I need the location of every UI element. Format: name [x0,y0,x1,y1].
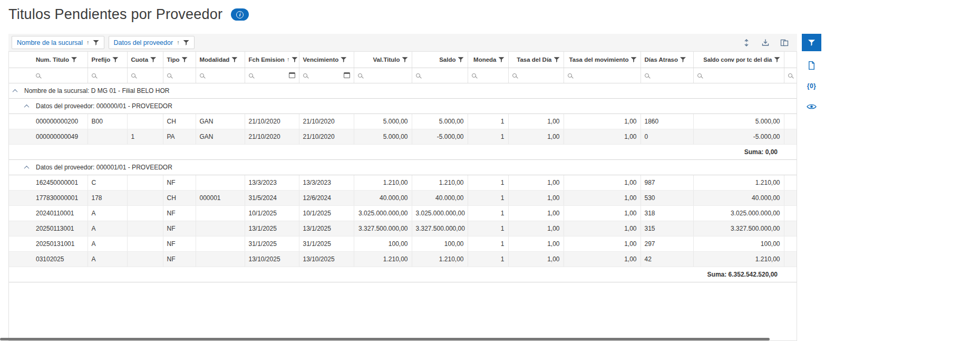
filter-cell-cuota[interactable] [127,68,163,83]
collapse-group-button[interactable] [9,83,21,98]
column-header-prefijo[interactable]: Prefijo [88,52,127,68]
filter-cell-saldo[interactable] [412,68,468,83]
calendar-icon[interactable] [344,72,350,78]
group-expand-column [9,113,21,129]
header-filter-icon[interactable] [774,56,780,62]
header-filter-icon[interactable] [292,56,297,62]
filter-cell-modalidad[interactable] [196,68,245,83]
header-filter-icon[interactable] [182,56,188,62]
data-cell: 5.000,00 [354,129,412,144]
filter-cell-val-titulo[interactable] [354,68,412,83]
filter-cell-tasa-del-dia[interactable] [508,68,564,83]
data-cell: 20240110001 [32,205,88,221]
filter-cell-prefijo[interactable] [88,68,127,83]
filter-cell-moneda[interactable] [468,68,508,83]
column-header-modalidad[interactable]: Modalidad [196,52,245,68]
column-header-moneda[interactable]: Moneda [468,52,508,68]
preview-panel-button[interactable] [807,100,817,113]
table-row[interactable]: 000000000200 B00 CH GAN 21/10/2020 21/10… [9,113,797,129]
data-cell: 40.000,00 [354,190,412,205]
header-filter-icon[interactable] [499,56,504,62]
column-header-dias-atraso[interactable]: Días Atraso [641,52,693,68]
filter-panel-button[interactable] [802,34,821,51]
table-row[interactable]: 20250113001 A NF 13/1/2025 13/1/2025 3.3… [9,221,797,236]
group-row-proveedor-1: Datos del proveedor: 000000/01 - PROVEED… [9,98,797,113]
column-chooser-button[interactable] [778,36,791,49]
summary-total: Suma: 0,00 [9,144,784,159]
header-filter-icon[interactable] [458,56,464,62]
group-chip-proveedor[interactable]: Datos del proveedor ↑ [109,36,195,49]
data-cell: 000000000200 [32,113,88,129]
column-header-fch-emision[interactable]: Fch Emision↑ [245,52,299,68]
collapse-group-button[interactable] [21,98,32,113]
filter-cell-filler[interactable] [784,68,797,83]
filter-cell-num-titulo[interactable] [32,68,88,83]
data-cell: B00 [88,113,127,129]
filter-cell-saldo-conv[interactable] [693,68,784,83]
filter-cell-vencimiento[interactable] [299,68,354,83]
data-cell: 20250131001 [32,236,88,251]
group-expand-column [21,175,32,190]
parameters-panel-button[interactable]: {0} [807,80,817,92]
group-summary-row: Suma: 0,00 [9,144,797,159]
column-header-val-titulo[interactable]: Val.Titulo [354,52,412,68]
column-header-saldo-conv[interactable]: Saldo conv por tc del dia [693,52,784,68]
column-header-tasa-del-dia[interactable]: Tasa del Día [508,52,564,68]
filler-cell [784,267,797,282]
search-icon [131,73,135,78]
header-filter-icon[interactable] [71,56,77,62]
table-row[interactable]: 20240110001 A NF 10/1/2025 10/1/2025 3.0… [9,205,797,221]
header-filter-icon[interactable] [341,56,346,62]
column-caption: Moneda [473,56,496,63]
table-row[interactable]: 177830000001 178 CH 000001 31/5/2024 12/… [9,190,797,205]
column-header-vencimiento[interactable]: Vencimiento [299,52,354,68]
table-row[interactable]: 03102025 A NF 13/10/2025 13/10/2025 1.21… [9,251,797,267]
header-filter-icon[interactable] [680,56,686,62]
data-cell: 13/1/2025 [245,221,299,236]
filter-cell-dias-atraso[interactable] [641,68,693,83]
table-row[interactable]: 000000000049 1 PA GAN 21/10/2020 21/10/2… [9,129,797,144]
filler-cell [784,113,797,129]
data-cell: 1.210,00 [354,175,412,190]
data-cell: 1 [468,129,508,144]
info-button[interactable]: i [231,8,249,21]
filter-cell-fch-emision[interactable] [245,68,299,83]
export-button[interactable] [759,36,772,49]
column-header-tipo[interactable]: Tipo [163,52,196,68]
data-cell: 5.000,00 [693,113,784,129]
filter-cell-tipo[interactable] [163,68,196,83]
header-filter-icon[interactable] [231,56,237,62]
info-icon: i [236,11,244,18]
header-filter-icon[interactable] [150,56,156,62]
data-cell: 1 [468,221,508,236]
table-row[interactable]: 162450000001 C NF 13/3/2023 13/3/2023 1.… [9,175,797,190]
calendar-icon[interactable] [289,72,295,78]
group-expand-column [21,113,32,129]
data-cell [127,221,163,236]
data-cell: 13/1/2025 [299,221,354,236]
column-header-tasa-del-movimiento[interactable]: Tasa del movimiento [564,52,641,68]
horizontal-scrollbar-thumb[interactable] [0,338,770,340]
collapse-group-button[interactable] [21,159,32,175]
filter-cell-tasa-del-movimiento[interactable] [564,68,641,83]
header-filter-icon[interactable] [402,56,408,62]
side-panel-strip: {0} [802,34,821,113]
group-chip-sucursal[interactable]: Nombre de la sucursal ↑ [12,36,104,49]
filter-icon[interactable] [93,40,99,45]
group-expand-column [9,129,21,144]
data-cell: 100,00 [354,236,412,251]
data-cell: 5.000,00 [354,113,412,129]
column-header-num-titulo[interactable]: Num. Titulo [32,52,88,68]
data-cell: 3.327.500.000,00 [412,221,468,236]
filter-icon[interactable] [183,40,189,45]
header-filter-icon[interactable] [554,56,560,62]
header-filter-icon[interactable] [631,56,637,62]
filler-cell [784,129,797,144]
expand-collapse-groups-button[interactable] [740,36,753,49]
header-filter-icon[interactable] [112,56,118,62]
column-header-cuota[interactable]: Cuota [127,52,163,68]
table-row[interactable]: 20250131001 A NF 31/1/2025 31/1/2025 100… [9,236,797,251]
document-panel-button[interactable] [807,59,816,72]
group-expand-column [21,236,32,251]
column-header-saldo[interactable]: Saldo [412,52,468,68]
